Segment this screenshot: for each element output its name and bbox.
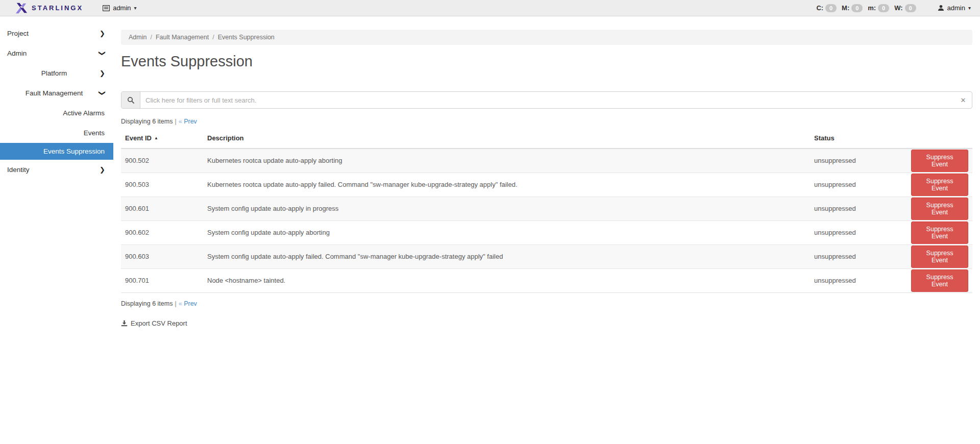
page-title: Events Suppression: [121, 53, 972, 70]
column-header-description[interactable]: Description: [203, 129, 810, 149]
alarm-count-warning[interactable]: W: 0: [894, 4, 916, 12]
search-icon: [127, 96, 134, 104]
sort-asc-icon: ▲: [154, 136, 158, 140]
suppress-event-button[interactable]: Suppress Event: [911, 245, 968, 268]
table-row: 900.601 System config update auto-apply …: [121, 196, 972, 220]
brand-name: STARLINGX: [32, 4, 83, 12]
status-cell: unsuppressed: [810, 149, 907, 172]
search-button[interactable]: [121, 92, 140, 108]
sidebar-nav: Project ❯ Admin ❯ Platform ❯ Fault Manag…: [0, 16, 113, 444]
main-content: Admin / Fault Management / Events Suppre…: [113, 16, 980, 444]
prev-page-link[interactable]: « Prev: [179, 118, 197, 125]
chevron-right-icon: ❯: [100, 166, 105, 174]
sidebar-item-active-alarms[interactable]: Active Alarms: [0, 103, 113, 123]
warning-count-badge: 0: [905, 4, 916, 12]
sidebar-item-fault-management[interactable]: Fault Management ❯: [0, 83, 113, 103]
alarm-count-major[interactable]: M: 0: [842, 4, 863, 12]
chevron-right-icon: ❯: [100, 30, 105, 37]
search-input[interactable]: [140, 92, 954, 108]
status-cell: unsuppressed: [810, 244, 907, 268]
starlingx-logo-icon: [15, 2, 28, 14]
status-cell: unsuppressed: [810, 268, 907, 292]
event-id-cell: 900.502: [121, 149, 203, 172]
event-id-cell: 900.603: [121, 244, 203, 268]
column-header-actions: [907, 129, 972, 149]
status-cell: unsuppressed: [810, 196, 907, 220]
column-header-event-id[interactable]: Event ID▲: [121, 129, 203, 149]
alarm-counts: C: 0 M: 0 m: 0 W: 0: [816, 4, 916, 12]
table-row: 900.701 Node <hostname> tainted. unsuppr…: [121, 268, 972, 292]
download-icon: [121, 320, 128, 327]
export-csv-label: Export CSV Report: [131, 319, 187, 327]
breadcrumb-fault-management[interactable]: Fault Management: [156, 34, 209, 41]
description-cell: System config update auto-apply failed. …: [203, 244, 810, 268]
description-cell: Kubernetes rootca update auto-apply fail…: [203, 172, 810, 196]
user-menu-dropdown[interactable]: admin ▾: [938, 4, 971, 12]
events-suppression-table: Event ID▲ Description Status 900.502 Kub…: [121, 129, 972, 293]
chevron-down-icon: ❯: [99, 51, 106, 56]
major-count-badge: 0: [851, 4, 863, 12]
prev-page-link[interactable]: « Prev: [179, 300, 197, 307]
status-cell: unsuppressed: [810, 220, 907, 244]
breadcrumb: Admin / Fault Management / Events Suppre…: [121, 30, 972, 45]
critical-count-badge: 0: [825, 4, 837, 12]
caret-down-icon: ▾: [134, 5, 137, 11]
brand-logo[interactable]: STARLINGX: [15, 2, 83, 14]
suppress-event-button[interactable]: Suppress Event: [911, 174, 968, 196]
status-cell: unsuppressed: [810, 172, 907, 196]
export-csv-link[interactable]: Export CSV Report: [121, 319, 187, 327]
event-id-cell: 900.503: [121, 172, 203, 196]
column-header-status[interactable]: Status: [810, 129, 907, 149]
description-cell: System config update auto-apply aborting: [203, 220, 810, 244]
context-switcher-dropdown[interactable]: admin ▾: [103, 4, 136, 12]
table-row: 900.603 System config update auto-apply …: [121, 244, 972, 268]
breadcrumb-admin[interactable]: Admin: [129, 34, 146, 41]
context-switcher-label: admin: [113, 4, 131, 12]
table-row: 900.502 Kubernetes rootca update auto-ap…: [121, 149, 972, 172]
sidebar-item-admin[interactable]: Admin ❯: [0, 43, 113, 63]
sidebar-item-project[interactable]: Project ❯: [0, 23, 113, 43]
sidebar-item-events[interactable]: Events: [0, 123, 113, 143]
chevron-right-icon: ❯: [100, 69, 105, 77]
table-summary-bottom: Displaying 6 items|« Prev: [121, 300, 972, 307]
top-navbar: STARLINGX admin ▾ C: 0 M: 0 m: 0: [0, 0, 980, 16]
chevron-down-icon: ❯: [99, 90, 106, 96]
alarm-count-minor[interactable]: m: 0: [868, 4, 889, 12]
event-id-cell: 900.701: [121, 268, 203, 292]
list-icon: [103, 5, 110, 11]
filter-searchbar: ✕: [121, 91, 972, 109]
clear-search-icon[interactable]: ✕: [954, 92, 972, 108]
breadcrumb-current: Events Suppression: [218, 34, 275, 41]
suppress-event-button[interactable]: Suppress Event: [911, 269, 968, 292]
event-id-cell: 900.601: [121, 196, 203, 220]
description-cell: Kubernetes rootca update auto-apply abor…: [203, 149, 810, 172]
description-cell: System config update auto-apply in progr…: [203, 196, 810, 220]
table-row: 900.602 System config update auto-apply …: [121, 220, 972, 244]
suppress-event-button[interactable]: Suppress Event: [911, 221, 968, 244]
suppress-event-button[interactable]: Suppress Event: [911, 150, 968, 172]
sidebar-item-platform[interactable]: Platform ❯: [0, 63, 113, 83]
event-id-cell: 900.602: [121, 220, 203, 244]
user-icon: [938, 5, 944, 11]
sidebar-item-identity[interactable]: Identity ❯: [0, 160, 113, 180]
alarm-count-critical[interactable]: C: 0: [816, 4, 837, 12]
table-summary-top: Displaying 6 items|« Prev: [121, 118, 972, 125]
table-header-row: Event ID▲ Description Status: [121, 129, 972, 149]
user-menu-label: admin: [947, 4, 965, 12]
minor-count-badge: 0: [878, 4, 889, 12]
caret-down-icon: ▾: [968, 5, 971, 11]
suppress-event-button[interactable]: Suppress Event: [911, 198, 968, 220]
sidebar-item-events-suppression[interactable]: Events Suppression: [0, 143, 113, 160]
description-cell: Node <hostname> tainted.: [203, 268, 810, 292]
table-row: 900.503 Kubernetes rootca update auto-ap…: [121, 172, 972, 196]
